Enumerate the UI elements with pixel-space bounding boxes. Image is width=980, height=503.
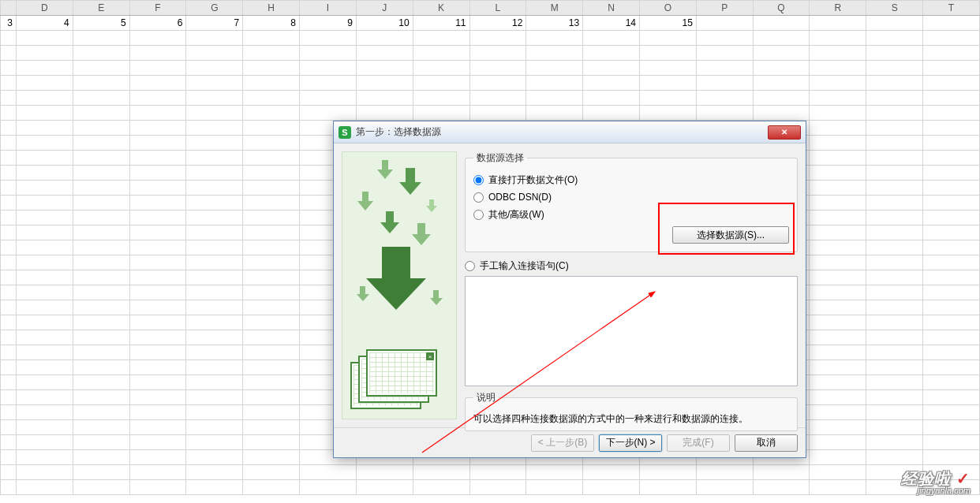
cell[interactable] bbox=[73, 420, 129, 435]
col-header[interactable]: Q bbox=[753, 1, 810, 16]
cell[interactable] bbox=[73, 31, 129, 46]
cell[interactable] bbox=[866, 450, 923, 465]
cell[interactable] bbox=[810, 151, 866, 166]
cell[interactable] bbox=[923, 285, 980, 300]
cell[interactable] bbox=[866, 76, 923, 91]
cell[interactable]: 14 bbox=[583, 16, 640, 31]
cell[interactable] bbox=[16, 91, 73, 106]
cell[interactable] bbox=[129, 31, 186, 46]
cell[interactable] bbox=[186, 375, 243, 390]
cell[interactable] bbox=[810, 181, 866, 196]
cell[interactable] bbox=[526, 106, 583, 121]
cell[interactable] bbox=[866, 136, 923, 151]
cell[interactable] bbox=[243, 136, 300, 151]
cell[interactable] bbox=[186, 345, 243, 360]
cell[interactable] bbox=[1, 31, 17, 46]
cell[interactable] bbox=[16, 345, 73, 360]
cell[interactable] bbox=[129, 360, 186, 375]
cell[interactable] bbox=[1, 315, 17, 330]
cell[interactable] bbox=[639, 31, 696, 46]
cell[interactable] bbox=[866, 345, 923, 360]
cell[interactable] bbox=[923, 106, 980, 121]
cell[interactable] bbox=[73, 405, 129, 420]
cell[interactable] bbox=[243, 480, 300, 495]
cell[interactable] bbox=[16, 211, 73, 225]
cell[interactable] bbox=[1, 166, 17, 181]
cell[interactable] bbox=[243, 330, 300, 345]
cell[interactable] bbox=[186, 46, 243, 61]
cell[interactable] bbox=[186, 330, 243, 345]
cell[interactable] bbox=[1, 151, 17, 166]
cell[interactable] bbox=[73, 330, 129, 345]
col-header[interactable]: H bbox=[243, 1, 300, 16]
cell[interactable] bbox=[129, 465, 186, 480]
cell[interactable] bbox=[73, 46, 129, 61]
cell[interactable]: 15 bbox=[639, 16, 696, 31]
cell[interactable] bbox=[300, 91, 357, 106]
cell[interactable] bbox=[356, 91, 413, 106]
cell[interactable]: 3 bbox=[1, 16, 17, 31]
cell[interactable] bbox=[186, 196, 243, 211]
cell[interactable] bbox=[73, 465, 129, 480]
cell[interactable] bbox=[129, 46, 186, 61]
cell[interactable] bbox=[1, 136, 17, 151]
cell[interactable] bbox=[923, 136, 980, 151]
cell[interactable]: 13 bbox=[526, 16, 583, 31]
cell[interactable] bbox=[810, 240, 866, 255]
cell[interactable] bbox=[16, 166, 73, 181]
cell[interactable] bbox=[129, 315, 186, 330]
cell[interactable] bbox=[1, 76, 17, 91]
cell[interactable] bbox=[639, 61, 696, 76]
cell[interactable] bbox=[243, 91, 300, 106]
col-header[interactable]: E bbox=[73, 1, 129, 16]
cell[interactable] bbox=[16, 435, 73, 450]
cell[interactable] bbox=[73, 390, 129, 405]
cell[interactable] bbox=[413, 76, 469, 91]
cell[interactable] bbox=[923, 61, 980, 76]
col-header[interactable]: R bbox=[810, 1, 866, 16]
cell[interactable] bbox=[73, 76, 129, 91]
cell[interactable] bbox=[186, 435, 243, 450]
cell[interactable] bbox=[583, 465, 640, 480]
cell[interactable] bbox=[186, 121, 243, 136]
cell[interactable] bbox=[186, 31, 243, 46]
cell[interactable] bbox=[923, 300, 980, 315]
cell[interactable] bbox=[16, 285, 73, 300]
radio-manual-conn[interactable]: 手工输入连接语句(C) bbox=[465, 257, 798, 274]
radio-other[interactable]: 其他/高级(W) bbox=[473, 206, 789, 223]
cell[interactable] bbox=[583, 91, 640, 106]
cell[interactable] bbox=[810, 330, 866, 345]
cell[interactable] bbox=[1, 420, 17, 435]
cell[interactable] bbox=[186, 360, 243, 375]
cell[interactable] bbox=[810, 166, 866, 181]
cell[interactable] bbox=[810, 121, 866, 136]
cell[interactable] bbox=[16, 61, 73, 76]
cell[interactable] bbox=[16, 121, 73, 136]
cell[interactable] bbox=[129, 300, 186, 315]
cell[interactable] bbox=[696, 91, 753, 106]
cell[interactable] bbox=[810, 106, 866, 121]
radio-other-input[interactable] bbox=[473, 210, 484, 220]
cell[interactable] bbox=[923, 435, 980, 450]
cell[interactable] bbox=[186, 225, 243, 240]
cell[interactable] bbox=[810, 420, 866, 435]
cell[interactable] bbox=[186, 61, 243, 76]
cell[interactable] bbox=[73, 151, 129, 166]
cell[interactable] bbox=[186, 315, 243, 330]
cell[interactable] bbox=[696, 76, 753, 91]
cell[interactable] bbox=[753, 31, 810, 46]
cell[interactable] bbox=[810, 61, 866, 76]
cell[interactable] bbox=[866, 240, 923, 255]
cell[interactable] bbox=[810, 211, 866, 225]
cell[interactable] bbox=[73, 106, 129, 121]
cell[interactable] bbox=[129, 166, 186, 181]
cell[interactable] bbox=[923, 315, 980, 330]
cell[interactable] bbox=[16, 315, 73, 330]
col-header[interactable]: O bbox=[639, 1, 696, 16]
cell[interactable] bbox=[129, 285, 186, 300]
cell[interactable] bbox=[16, 136, 73, 151]
cell[interactable] bbox=[186, 405, 243, 420]
cell[interactable] bbox=[356, 106, 413, 121]
cell[interactable] bbox=[753, 91, 810, 106]
cell[interactable] bbox=[129, 106, 186, 121]
